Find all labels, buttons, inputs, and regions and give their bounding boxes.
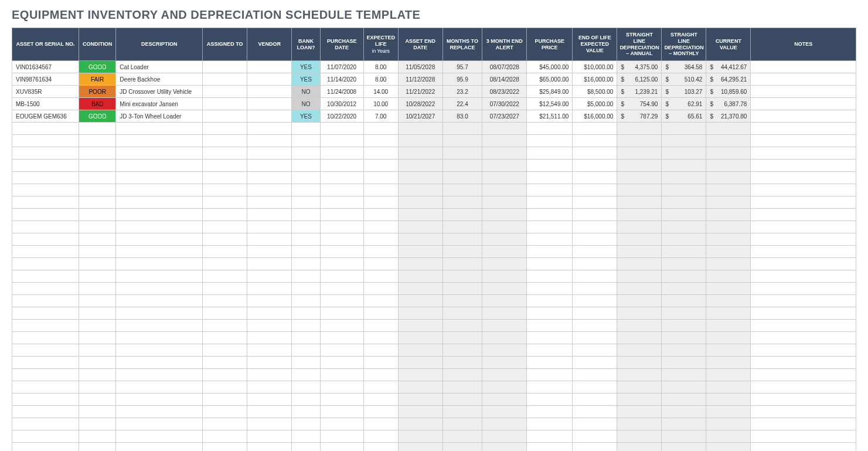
cell-vendor[interactable] xyxy=(247,233,292,246)
cell-purchase_date[interactable] xyxy=(320,283,363,295)
cell-asset_end[interactable] xyxy=(398,246,442,258)
cell-loan[interactable] xyxy=(292,307,321,320)
cell-purchase_date[interactable] xyxy=(320,209,363,221)
cell-condition[interactable]: POOR xyxy=(79,86,116,98)
cell-asset_end[interactable] xyxy=(398,160,442,172)
cell-description[interactable] xyxy=(116,418,203,430)
cell-months_replace[interactable] xyxy=(442,246,482,258)
cell-dep_annual[interactable] xyxy=(617,135,662,147)
cell-alert[interactable] xyxy=(482,160,527,172)
cell-notes[interactable] xyxy=(751,258,856,270)
cell-assigned[interactable] xyxy=(203,135,247,147)
cell-loan[interactable] xyxy=(292,369,321,381)
cell-dep_monthly[interactable] xyxy=(662,209,706,221)
cell-description[interactable]: Mini excavator Jansen xyxy=(116,98,203,110)
cell-vendor[interactable] xyxy=(247,406,292,418)
cell-asset_end[interactable] xyxy=(398,357,442,369)
cell-current_value[interactable] xyxy=(706,394,751,406)
cell-current_value[interactable] xyxy=(706,246,751,258)
cell-eol_value[interactable] xyxy=(573,418,617,430)
cell-eol_value[interactable] xyxy=(573,270,617,283)
cell-expected_life[interactable] xyxy=(363,160,398,172)
cell-eol_value[interactable] xyxy=(573,258,617,270)
cell-vendor[interactable] xyxy=(247,160,292,172)
cell-dep_annual[interactable] xyxy=(617,357,662,369)
cell-eol_value[interactable] xyxy=(573,406,617,418)
cell-assigned[interactable] xyxy=(203,344,247,357)
cell-condition[interactable] xyxy=(79,270,116,283)
cell-purchase_date[interactable] xyxy=(320,233,363,246)
cell-current_value[interactable] xyxy=(706,418,751,430)
cell-current_value[interactable] xyxy=(706,430,751,443)
cell-asset_end[interactable] xyxy=(398,258,442,270)
cell-purchase_date[interactable]: 11/24/2008 xyxy=(320,86,363,98)
cell-description[interactable] xyxy=(116,394,203,406)
cell-description[interactable] xyxy=(116,406,203,418)
cell-months_replace[interactable]: 22.4 xyxy=(442,98,482,110)
cell-dep_monthly[interactable] xyxy=(662,406,706,418)
cell-notes[interactable] xyxy=(751,295,856,307)
cell-assigned[interactable] xyxy=(203,209,247,221)
cell-asset[interactable] xyxy=(12,270,79,283)
cell-loan[interactable] xyxy=(292,394,321,406)
cell-description[interactable] xyxy=(116,196,203,209)
cell-current_value[interactable] xyxy=(706,233,751,246)
cell-vendor[interactable] xyxy=(247,147,292,160)
cell-assigned[interactable] xyxy=(203,196,247,209)
cell-assigned[interactable] xyxy=(203,430,247,443)
cell-loan[interactable] xyxy=(292,196,321,209)
cell-alert[interactable] xyxy=(482,332,527,344)
cell-purchase_date[interactable]: 11/07/2020 xyxy=(320,61,363,73)
cell-condition[interactable] xyxy=(79,123,116,135)
cell-assigned[interactable] xyxy=(203,184,247,196)
cell-expected_life[interactable] xyxy=(363,307,398,320)
cell-asset_end[interactable] xyxy=(398,196,442,209)
cell-purchase_date[interactable] xyxy=(320,221,363,233)
cell-eol_value[interactable] xyxy=(573,357,617,369)
cell-description[interactable] xyxy=(116,160,203,172)
cell-assigned[interactable] xyxy=(203,381,247,394)
cell-price[interactable] xyxy=(527,123,573,135)
cell-eol_value[interactable] xyxy=(573,184,617,196)
cell-expected_life[interactable] xyxy=(363,320,398,332)
cell-price[interactable] xyxy=(527,172,573,184)
cell-months_replace[interactable]: 23.2 xyxy=(442,86,482,98)
cell-condition[interactable] xyxy=(79,295,116,307)
cell-assigned[interactable] xyxy=(203,332,247,344)
cell-months_replace[interactable] xyxy=(442,369,482,381)
cell-dep_monthly[interactable] xyxy=(662,172,706,184)
cell-condition[interactable] xyxy=(79,369,116,381)
cell-purchase_date[interactable] xyxy=(320,394,363,406)
cell-expected_life[interactable] xyxy=(363,270,398,283)
cell-dep_annual[interactable] xyxy=(617,209,662,221)
cell-price[interactable] xyxy=(527,357,573,369)
cell-alert[interactable] xyxy=(482,147,527,160)
cell-expected_life[interactable] xyxy=(363,135,398,147)
cell-alert[interactable] xyxy=(482,258,527,270)
cell-dep_annual[interactable]: $754.90 xyxy=(617,98,662,110)
cell-current_value[interactable] xyxy=(706,295,751,307)
cell-alert[interactable] xyxy=(482,369,527,381)
cell-price[interactable] xyxy=(527,307,573,320)
cell-months_replace[interactable] xyxy=(442,233,482,246)
cell-vendor[interactable] xyxy=(247,430,292,443)
cell-dep_annual[interactable] xyxy=(617,307,662,320)
cell-expected_life[interactable]: 10.00 xyxy=(363,98,398,110)
cell-months_replace[interactable] xyxy=(442,332,482,344)
cell-asset_end[interactable] xyxy=(398,209,442,221)
cell-assigned[interactable] xyxy=(203,357,247,369)
cell-dep_monthly[interactable] xyxy=(662,160,706,172)
cell-months_replace[interactable] xyxy=(442,381,482,394)
cell-vendor[interactable] xyxy=(247,295,292,307)
cell-asset[interactable] xyxy=(12,418,79,430)
cell-months_replace[interactable]: 83.0 xyxy=(442,110,482,123)
cell-asset[interactable] xyxy=(12,443,79,451)
cell-price[interactable] xyxy=(527,135,573,147)
cell-loan[interactable]: YES xyxy=(292,110,321,123)
cell-asset_end[interactable]: 10/28/2022 xyxy=(398,98,442,110)
cell-vendor[interactable] xyxy=(247,61,292,73)
cell-asset_end[interactable] xyxy=(398,320,442,332)
cell-price[interactable]: $45,000.00 xyxy=(527,61,573,73)
cell-purchase_date[interactable] xyxy=(320,270,363,283)
cell-assigned[interactable] xyxy=(203,172,247,184)
